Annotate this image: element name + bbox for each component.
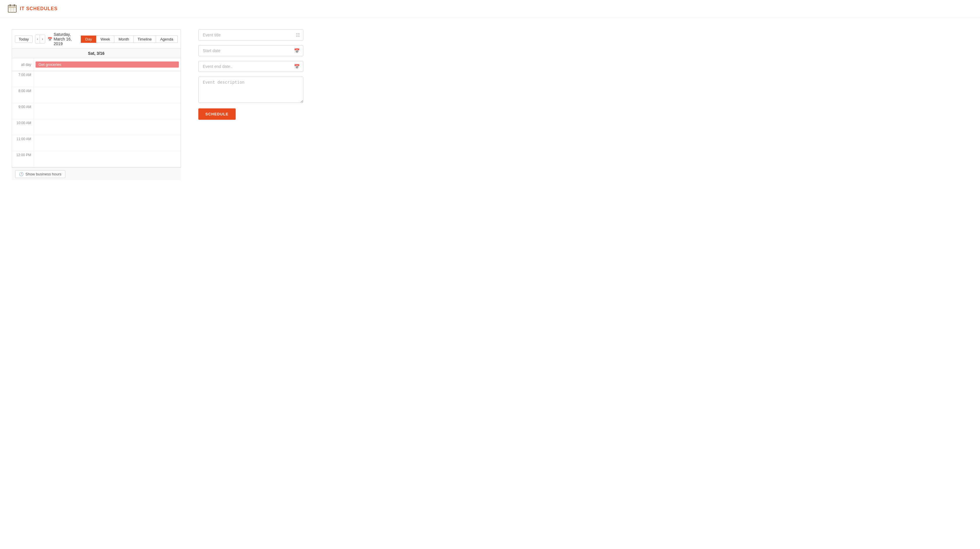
show-business-hours-button[interactable]: 🕐 Show business hours xyxy=(15,170,65,178)
event-title-input[interactable] xyxy=(198,29,303,41)
start-date-input[interactable] xyxy=(198,45,303,56)
svg-rect-0 xyxy=(8,5,16,12)
main-content: Today ‹ › 📅 Saturday, March 16, 2019 Day… xyxy=(0,18,980,192)
calendar-grid: Sat, 3/16 all day Get groceries 7:00 AM xyxy=(12,48,181,168)
svg-rect-7 xyxy=(14,4,15,6)
calendar-toolbar: Today ‹ › 📅 Saturday, March 16, 2019 Day… xyxy=(12,29,181,48)
time-label-800: 8:00 AM xyxy=(12,87,34,103)
time-slot-1200[interactable] xyxy=(34,151,181,167)
tab-month[interactable]: Month xyxy=(114,36,133,43)
time-slot-700[interactable] xyxy=(34,71,181,87)
time-slot-800[interactable] xyxy=(34,87,181,103)
time-slot-1000[interactable] xyxy=(34,119,181,135)
end-date-input[interactable] xyxy=(198,61,303,72)
schedule-button[interactable]: SCHEDULE xyxy=(198,108,235,120)
next-nav-button[interactable]: › xyxy=(40,35,45,43)
day-header: Sat, 3/16 xyxy=(12,49,181,58)
title-icon: ☷ xyxy=(296,32,300,38)
time-label-1100: 11:00 AM xyxy=(12,135,34,151)
app-header: IT SCHEDULES xyxy=(0,0,980,18)
time-row-1000: 10:00 AM xyxy=(12,119,181,135)
show-business-hours-label: Show business hours xyxy=(25,172,62,176)
tab-timeline[interactable]: Timeline xyxy=(133,36,156,43)
start-date-calendar-icon: 📅 xyxy=(294,48,300,54)
time-row-700: 7:00 AM xyxy=(12,71,181,87)
day-header-label: Sat, 3/16 xyxy=(88,51,105,56)
current-date-display: 📅 Saturday, March 16, 2019 xyxy=(48,32,79,46)
description-field xyxy=(198,77,303,104)
logo-area: IT SCHEDULES xyxy=(7,3,57,14)
all-day-text: all day xyxy=(21,63,31,67)
prev-nav-button[interactable]: ‹ xyxy=(35,35,40,43)
time-label-1200: 12:00 PM xyxy=(12,151,34,167)
nav-button-group: ‹ › xyxy=(35,35,45,43)
time-label-1000: 10:00 AM xyxy=(12,119,34,135)
tab-day[interactable]: Day xyxy=(81,36,96,43)
event-chip[interactable]: Get groceries xyxy=(36,62,179,68)
app-logo-icon xyxy=(7,3,18,14)
svg-rect-1 xyxy=(8,6,16,8)
all-day-content: Get groceries xyxy=(34,58,181,71)
time-row-900: 9:00 AM xyxy=(12,103,181,119)
event-title-field: ☷ xyxy=(198,29,303,41)
all-day-label: all day xyxy=(12,58,34,71)
app-title: IT SCHEDULES xyxy=(20,6,57,11)
event-form: ☷ 📅 📅 SCHEDULE xyxy=(198,29,303,120)
business-hours-section: 🕐 Show business hours xyxy=(12,168,181,180)
description-textarea[interactable] xyxy=(198,77,303,103)
time-slot-1100[interactable] xyxy=(34,135,181,151)
time-row-800: 8:00 AM xyxy=(12,87,181,103)
all-day-row: all day Get groceries xyxy=(12,58,181,71)
clock-icon: 🕐 xyxy=(19,172,24,176)
calendar-small-icon: 📅 xyxy=(48,37,52,41)
current-date-text: Saturday, March 16, 2019 xyxy=(54,32,79,46)
tab-week[interactable]: Week xyxy=(96,36,115,43)
time-label-900: 9:00 AM xyxy=(12,103,34,119)
today-button[interactable]: Today xyxy=(15,36,33,43)
time-row-1200: 12:00 PM xyxy=(12,151,181,167)
calendar-section: Today ‹ › 📅 Saturday, March 16, 2019 Day… xyxy=(12,29,181,180)
event-title-text: Get groceries xyxy=(38,62,61,67)
end-date-field: 📅 xyxy=(198,61,303,72)
view-tabs: Day Week Month Timeline Agenda xyxy=(81,36,178,43)
time-row-1100: 11:00 AM xyxy=(12,135,181,151)
time-slot-900[interactable] xyxy=(34,103,181,119)
time-label-700: 7:00 AM xyxy=(12,71,34,87)
start-date-field: 📅 xyxy=(198,45,303,56)
tab-agenda[interactable]: Agenda xyxy=(156,36,178,43)
end-date-calendar-icon: 📅 xyxy=(294,64,300,69)
svg-rect-6 xyxy=(10,4,11,6)
